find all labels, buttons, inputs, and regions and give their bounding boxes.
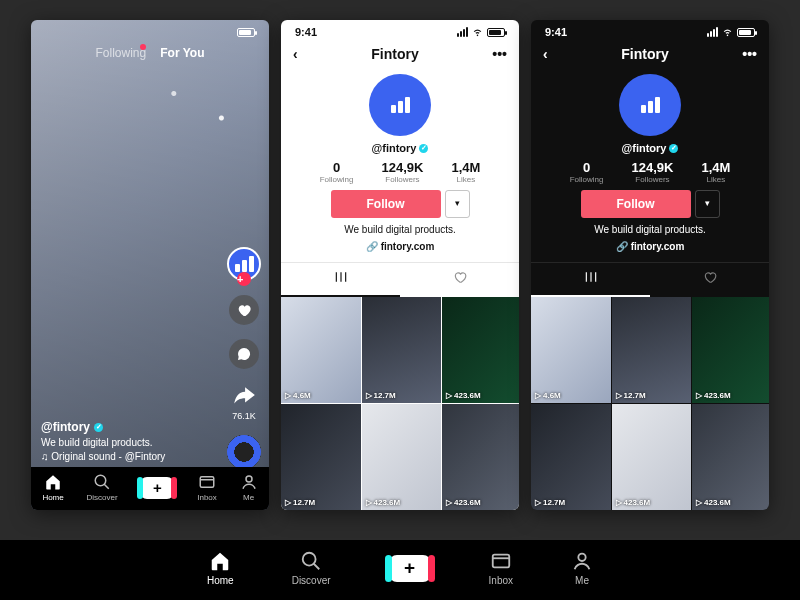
profile-light: 9:41 ‹ Fintory ••• @fintory✓ 0Following … (281, 20, 519, 510)
user-icon (571, 550, 593, 572)
wifi-icon (471, 27, 484, 37)
nav-me[interactable]: Me (571, 550, 593, 586)
signal-icon (707, 27, 718, 37)
sound-disc[interactable] (227, 435, 261, 469)
global-nav: Home Discover + Inbox Me (0, 540, 800, 600)
profile-avatar[interactable] (619, 74, 681, 136)
video-thumb[interactable]: ▷ 423.6M (442, 404, 519, 510)
stat-followers[interactable]: 124,9KFollowers (381, 160, 423, 184)
share-button[interactable]: 76.1K (231, 383, 257, 421)
stat-likes[interactable]: 1,4MLikes (701, 160, 730, 184)
creator-avatar[interactable] (227, 247, 261, 281)
svg-rect-1 (200, 477, 214, 488)
svg-point-2 (246, 476, 252, 482)
feed-screen: 9:41 Following For You 76.1K @fintory✓ W… (31, 20, 269, 510)
nav-home[interactable]: Home (42, 473, 63, 502)
nav-discover[interactable]: Discover (87, 473, 118, 502)
status-time: 9:41 (295, 26, 317, 38)
stat-following[interactable]: 0Following (320, 160, 354, 184)
search-icon (300, 550, 322, 572)
stat-followers[interactable]: 124,9KFollowers (631, 160, 673, 184)
status-bar: 9:41 (281, 20, 519, 40)
tab-grid[interactable] (281, 263, 400, 297)
status-time: 9:41 (545, 26, 567, 38)
inbox-icon (490, 550, 512, 572)
profile-handle: @fintory (372, 142, 417, 154)
video-thumb[interactable]: ▷ 423.6M (692, 404, 769, 510)
wifi-icon (721, 27, 734, 37)
tab-grid[interactable] (531, 263, 650, 297)
nav-create[interactable]: + (140, 477, 174, 499)
video-thumb[interactable]: ▷ 12.7M (612, 297, 692, 403)
video-thumb[interactable]: ▷ 423.6M (442, 297, 519, 403)
battery-icon (237, 28, 255, 37)
follow-button[interactable]: Follow (581, 190, 691, 218)
follow-dropdown[interactable]: ▾ (695, 190, 720, 218)
feed-tabs: Following For You (31, 40, 269, 66)
tab-liked[interactable] (400, 263, 519, 297)
verified-icon: ✓ (94, 423, 103, 432)
more-button[interactable]: ••• (742, 46, 757, 62)
sound-label[interactable]: ♫ Original sound - @Fintory (41, 451, 165, 462)
tab-liked[interactable] (650, 263, 769, 297)
back-button[interactable]: ‹ (543, 46, 548, 62)
video-thumb[interactable]: ▷ 12.7M (362, 297, 442, 403)
back-button[interactable]: ‹ (293, 46, 298, 62)
profile-avatar[interactable] (369, 74, 431, 136)
status-bar: 9:41 (531, 20, 769, 40)
nav-inbox[interactable]: Inbox (197, 473, 217, 502)
profile-stats: 0Following 124,9KFollowers 1,4MLikes (320, 160, 481, 184)
svg-point-0 (95, 475, 106, 486)
video-thumb[interactable]: ▷ 423.6M (692, 297, 769, 403)
profile-stats: 0Following 124,9KFollowers 1,4MLikes (570, 160, 731, 184)
battery-icon (737, 28, 755, 37)
svg-rect-4 (493, 555, 510, 568)
nav-me[interactable]: Me (240, 473, 258, 502)
follow-dropdown[interactable]: ▾ (445, 190, 470, 218)
video-thumb[interactable]: ▷ 12.7M (281, 404, 361, 510)
nav-home[interactable]: Home (207, 550, 234, 586)
tab-foryou[interactable]: For You (160, 46, 204, 60)
video-thumb[interactable]: ▷ 4.6M (281, 297, 361, 403)
comment-button[interactable] (229, 339, 259, 369)
profile-bio: We build digital products. (594, 224, 706, 235)
video-thumb[interactable]: ▷ 423.6M (612, 404, 692, 510)
tab-following[interactable]: Following (96, 46, 147, 60)
svg-point-3 (303, 553, 316, 566)
nav-create[interactable]: + (389, 555, 431, 582)
profile-title: Fintory (621, 46, 668, 62)
verified-icon: ✓ (669, 144, 678, 153)
follow-button[interactable]: Follow (331, 190, 441, 218)
action-rail: 76.1K (227, 247, 261, 469)
signal-icon (457, 27, 468, 37)
more-button[interactable]: ••• (492, 46, 507, 62)
stat-following[interactable]: 0Following (570, 160, 604, 184)
nav-discover[interactable]: Discover (292, 550, 331, 586)
stat-likes[interactable]: 1,4MLikes (451, 160, 480, 184)
creator-handle[interactable]: @fintory (41, 420, 90, 434)
profile-tabs (531, 262, 769, 297)
profile-handle: @fintory (622, 142, 667, 154)
profile-link[interactable]: 🔗 fintory.com (366, 241, 435, 252)
video-grid: ▷ 4.6M ▷ 12.7M ▷ 423.6M ▷ 12.7M ▷ 423.6M… (281, 297, 519, 510)
nav-inbox[interactable]: Inbox (489, 550, 513, 586)
home-icon (209, 550, 231, 572)
profile-bio: We build digital products. (344, 224, 456, 235)
profile-dark: 9:41 ‹ Fintory ••• @fintory✓ 0Following … (531, 20, 769, 510)
video-meta: @fintory✓ We build digital products. ♫ O… (41, 420, 165, 462)
profile-title: Fintory (371, 46, 418, 62)
profile-link[interactable]: 🔗 fintory.com (616, 241, 685, 252)
video-thumb[interactable]: ▷ 423.6M (362, 404, 442, 510)
video-thumb[interactable]: ▷ 4.6M (531, 297, 611, 403)
video-caption: We build digital products. (41, 437, 165, 448)
battery-icon (487, 28, 505, 37)
profile-tabs (281, 262, 519, 297)
verified-icon: ✓ (419, 144, 428, 153)
video-grid: ▷ 4.6M ▷ 12.7M ▷ 423.6M ▷ 12.7M ▷ 423.6M… (531, 297, 769, 510)
bottom-nav: Home Discover + Inbox Me (31, 467, 269, 510)
video-thumb[interactable]: ▷ 12.7M (531, 404, 611, 510)
svg-point-5 (578, 554, 585, 561)
like-button[interactable] (229, 295, 259, 325)
